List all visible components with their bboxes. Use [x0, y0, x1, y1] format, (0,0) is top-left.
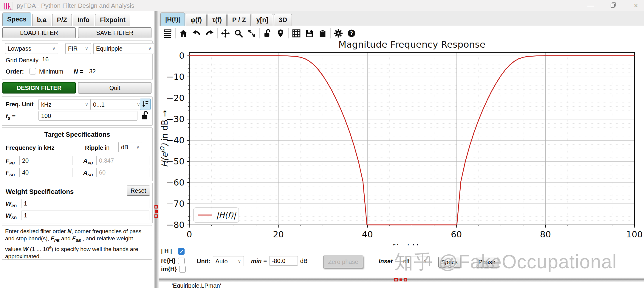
vertical-splitter[interactable] [154, 11, 159, 288]
svg-text:40: 40 [362, 229, 373, 239]
splitter-handle [394, 278, 398, 281]
tab-yn[interactable]: y[n] [252, 14, 273, 26]
chevron-down-icon: ∨ [238, 256, 241, 266]
svg-text:−60: −60 [166, 178, 185, 188]
minimize-button[interactable]: — [584, 1, 597, 10]
svg-text:H(ejΩ) in dB →: H(ejΩ) in dB → [159, 110, 170, 167]
svg-text:−20: −20 [166, 93, 185, 103]
wpb-label: WPB [6, 200, 17, 208]
fs-input[interactable] [38, 111, 137, 121]
fs-label: fS = [6, 113, 16, 121]
toolbar-separator [330, 28, 331, 38]
tab-hf[interactable]: |H(f)| [160, 13, 185, 26]
min-input[interactable] [269, 256, 298, 266]
svg-text:−80: −80 [166, 220, 185, 230]
asb-input[interactable] [96, 168, 149, 177]
tab-pz-plot[interactable]: P / Z [227, 14, 251, 26]
splitter-handle [155, 210, 158, 213]
svg-text:60: 60 [451, 229, 462, 239]
unit-select[interactable]: Auto ∨ [213, 256, 244, 266]
ripple-unit-select[interactable]: dB ∨ [118, 142, 142, 152]
re-row: re{H} [161, 257, 185, 264]
svg-text:100: 100 [626, 229, 643, 239]
tab-fixpoint[interactable]: Fixpoint [95, 14, 130, 26]
tab-specs[interactable]: Specs [2, 13, 31, 26]
unlock-icon[interactable] [140, 110, 149, 121]
im-row: im{H} [161, 266, 186, 273]
order-label: Order: [6, 68, 24, 75]
tab-info[interactable]: Info [73, 14, 94, 26]
splitter-handle [400, 278, 402, 281]
tab-phase[interactable]: φ(f) [186, 14, 207, 26]
h-label: | H | [161, 248, 172, 255]
tab-tau[interactable]: τ(f) [208, 14, 227, 26]
unit-value: Auto [216, 256, 228, 266]
splitter-handle [154, 205, 158, 208]
close-button[interactable]: × [629, 1, 643, 10]
ripple-header: Ripple in [85, 144, 109, 151]
design-method-select[interactable]: Equiripple ∨ [93, 43, 154, 54]
frequency-header: Frequency in kHz [6, 144, 54, 151]
check-icon [179, 249, 184, 254]
minimum-order-checkbox[interactable] [30, 68, 36, 74]
ripple-unit-value: dB [121, 142, 128, 152]
splitter-handle [154, 214, 158, 218]
svg-text:80: 80 [540, 229, 551, 239]
response-type-value: Lowpass [8, 44, 31, 53]
left-tab-bar: Specsb,aP/ZInfoFixpoint [2, 13, 131, 26]
h-checkbox[interactable] [178, 248, 185, 255]
order-n-input[interactable] [88, 67, 149, 76]
freq-unit-select[interactable]: kHz ∨ [38, 99, 91, 110]
tab-3d[interactable]: 3D [274, 14, 292, 26]
restore-button[interactable] [606, 1, 620, 10]
response-type-select[interactable]: Lowpass ∨ [5, 43, 58, 54]
chevron-down-icon: ∨ [85, 100, 88, 109]
order-n-label: N = [74, 68, 83, 75]
wsb-input[interactable] [21, 211, 149, 220]
fsb-input[interactable] [19, 168, 72, 177]
im-checkbox[interactable] [179, 266, 186, 273]
help-text-box: Enter desired filter order N, corner fre… [2, 225, 152, 260]
fpb-label: FPB [6, 158, 15, 165]
load-filter-button[interactable]: LOAD FILTER [2, 27, 76, 38]
reset-button[interactable]: Reset [127, 186, 150, 196]
pyfda-logo-icon [4, 2, 13, 10]
chevron-down-icon: ∨ [52, 44, 55, 53]
svg-text:−10: −10 [166, 72, 185, 82]
wpb-input[interactable] [21, 199, 149, 208]
help-text: Enter desired filter order N, corner fre… [5, 228, 149, 260]
grid-density-input[interactable] [41, 55, 149, 64]
toolbar-separator [288, 28, 289, 38]
horizontal-splitter[interactable] [159, 278, 644, 282]
inset-select[interactable]: off ∨ [400, 256, 430, 266]
phase-toggle-button[interactable]: Phase [476, 257, 498, 267]
freq-range-value: 0...1 [93, 100, 105, 109]
fpb-input[interactable] [19, 156, 72, 165]
chevron-down-icon: ∨ [136, 142, 140, 152]
restore-icon [611, 2, 616, 8]
pyfda-window: pyFDA - Python Filter Design and Analysi… [0, 0, 644, 288]
weight-specs-group: Weight Specifications Reset WPB WSB [2, 183, 153, 223]
zero-phase-button[interactable]: Zero phase [323, 256, 363, 268]
sort-descending-icon [141, 99, 149, 108]
design-filter-button[interactable]: DESIGN FILTER [2, 82, 76, 94]
min-label: min = [251, 258, 267, 264]
apb-input[interactable] [96, 156, 149, 165]
specs-toggle-button[interactable]: Specs [438, 257, 460, 267]
save-filter-button[interactable]: SAVE FILTER [78, 27, 151, 38]
magnitude-response-plot[interactable]: 0204060801000−10−20−30−40−50−60−70−80Mag… [159, 38, 644, 257]
re-checkbox[interactable] [178, 258, 185, 264]
specs-panel: Specsb,aP/ZInfoFixpoint LOAD FILTER SAVE… [0, 11, 154, 288]
chevron-down-icon: ∨ [85, 44, 88, 53]
svg-text:20: 20 [273, 229, 284, 239]
freq-range-select[interactable]: 0...1 ∨ [90, 99, 143, 110]
svg-text:Magnitude Frequency Response: Magnitude Frequency Response [338, 39, 485, 50]
tab-ba[interactable]: b,a [32, 14, 51, 26]
sort-frequencies-button[interactable] [140, 99, 151, 110]
filter-class-select[interactable]: FIR ∨ [65, 43, 91, 54]
quit-button[interactable]: Quit [78, 82, 151, 94]
filter-status-text: 'Equiripple.LPman' [172, 282, 221, 288]
inset-row: Inset off ∨ [379, 256, 430, 266]
tab-pz[interactable]: P/Z [52, 14, 72, 26]
chevron-down-icon: ∨ [424, 256, 427, 266]
